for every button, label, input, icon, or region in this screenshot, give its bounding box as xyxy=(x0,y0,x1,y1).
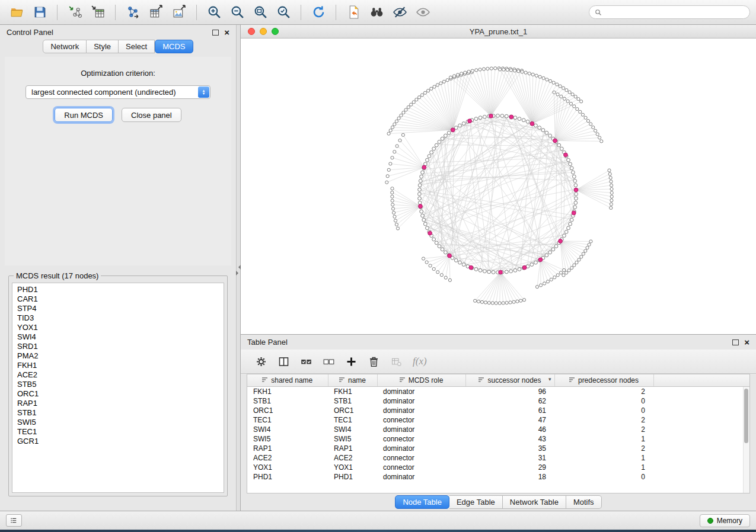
control-panel-tab[interactable]: Network xyxy=(43,40,87,53)
table-row[interactable]: ACE2 ACE2 connector 31 1 xyxy=(247,453,749,463)
result-node-item[interactable]: ACE2 xyxy=(12,370,224,380)
result-node-item[interactable]: SRD1 xyxy=(12,342,224,351)
search-network-button[interactable] xyxy=(366,3,387,22)
close-panel-button[interactable]: Close panel xyxy=(122,108,181,122)
column-header[interactable]: predecessor nodes ▾ xyxy=(554,374,653,387)
table-row[interactable]: SWI5 SWI5 connector 43 1 xyxy=(247,434,749,444)
table-row[interactable]: SWI4 SWI4 dominator 46 2 xyxy=(247,425,749,434)
column-header[interactable]: name ▾ xyxy=(328,374,377,387)
run-mcds-button[interactable]: Run MCDS xyxy=(55,108,113,122)
cell-filler xyxy=(653,472,749,482)
search-input[interactable] xyxy=(605,8,744,17)
table-row[interactable]: FKH1 FKH1 dominator 96 2 xyxy=(247,387,749,397)
float-table-panel-icon[interactable] xyxy=(732,339,739,345)
column-header[interactable]: MCDS role ▾ xyxy=(377,374,465,387)
cell-shared-name: STB1 xyxy=(247,396,328,406)
result-node-item[interactable]: SWI5 xyxy=(12,418,224,427)
close-table-panel-icon[interactable]: × xyxy=(744,338,749,347)
result-node-item[interactable]: RAP1 xyxy=(12,399,224,408)
column-header[interactable]: shared name ▾ xyxy=(247,374,328,387)
network-canvas[interactable] xyxy=(241,39,756,334)
clone-network-button[interactable] xyxy=(343,3,364,22)
memory-button[interactable]: Memory xyxy=(700,514,750,527)
result-node-item[interactable]: TID3 xyxy=(12,313,224,323)
table-row[interactable]: YOX1 YOX1 connector 29 1 xyxy=(247,463,749,472)
delete-row-button[interactable] xyxy=(365,353,382,370)
result-node-item[interactable]: TEC1 xyxy=(12,427,224,437)
criterion-select[interactable]: largest connected component (undirected)… xyxy=(25,85,210,99)
columns-icon xyxy=(277,355,290,368)
float-panel-icon[interactable] xyxy=(212,30,219,36)
cell-name: SWI5 xyxy=(328,434,377,444)
table-row[interactable]: PHD1 PHD1 dominator 18 0 xyxy=(247,472,749,482)
column-grip-icon[interactable] xyxy=(400,376,406,384)
save-session-button[interactable] xyxy=(29,3,50,22)
table-tab[interactable]: Node Table xyxy=(395,495,449,509)
column-grip-icon[interactable] xyxy=(569,376,575,384)
column-grip-icon[interactable] xyxy=(262,376,268,384)
zoom-in-button[interactable] xyxy=(203,3,225,22)
zoom-fit-button[interactable] xyxy=(250,3,271,22)
deselect-all-button[interactable] xyxy=(320,353,337,370)
table-tab[interactable]: Edge Table xyxy=(449,495,503,509)
mcds-result-list[interactable]: PHD1CAR1STP4TID3YOX1SWI4SRD1PMA2FKH1ACE2… xyxy=(12,283,224,493)
panel-splitter[interactable] xyxy=(236,25,241,511)
table-scrollbar[interactable] xyxy=(743,387,749,493)
table-panel-title: Table Panel xyxy=(247,338,288,347)
zoom-selected-button[interactable] xyxy=(273,3,294,22)
apply-layout-button[interactable] xyxy=(308,3,329,22)
cell-successor-nodes: 46 xyxy=(465,425,554,434)
close-panel-icon[interactable]: × xyxy=(224,28,229,37)
column-grip-icon[interactable] xyxy=(339,376,345,384)
result-node-item[interactable]: PMA2 xyxy=(12,351,224,361)
table-tabs: Node TableEdge TableNetwork TableMotifs xyxy=(241,493,756,511)
hide-selected-button[interactable] xyxy=(389,3,410,22)
cell-name: TEC1 xyxy=(328,415,377,425)
control-panel-tab[interactable]: MCDS xyxy=(155,40,193,53)
result-node-item[interactable]: SWI4 xyxy=(12,332,224,342)
result-node-item[interactable]: CAR1 xyxy=(12,294,224,304)
table-row[interactable]: RAP1 RAP1 dominator 35 2 xyxy=(247,444,749,453)
result-node-item[interactable]: STB5 xyxy=(12,380,224,389)
table-row[interactable]: STB1 STB1 dominator 62 0 xyxy=(247,396,749,406)
control-panel-tab[interactable]: Select xyxy=(119,40,155,53)
search-icon xyxy=(595,9,602,16)
show-columns-button[interactable] xyxy=(275,353,292,370)
import-network-button[interactable] xyxy=(64,3,85,22)
cell-filler xyxy=(653,387,749,397)
table-tab[interactable]: Motifs xyxy=(566,495,602,509)
table-row[interactable]: ORC1 ORC1 dominator 61 0 xyxy=(247,406,749,415)
network-view-window: YPA_prune.txt_1 xyxy=(241,25,756,335)
task-history-button[interactable] xyxy=(6,514,22,527)
result-node-item[interactable]: STB1 xyxy=(12,408,224,418)
table-row[interactable]: TEC1 TEC1 connector 47 2 xyxy=(247,415,749,425)
cell-mcds-role: dominator xyxy=(377,396,465,406)
cell-filler xyxy=(653,406,749,415)
result-node-item[interactable]: YOX1 xyxy=(12,323,224,332)
column-dropdown-icon[interactable]: ▾ xyxy=(548,376,551,382)
export-network-button[interactable] xyxy=(122,3,143,22)
column-grip-icon[interactable] xyxy=(479,376,484,384)
import-table-button[interactable] xyxy=(87,3,109,22)
open-session-button[interactable] xyxy=(6,3,27,22)
result-node-item[interactable]: PHD1 xyxy=(12,285,224,294)
control-panel-tab[interactable]: Style xyxy=(87,40,119,53)
export-table-button[interactable] xyxy=(145,3,167,22)
table-scrollbar-thumb[interactable] xyxy=(744,389,748,443)
result-node-item[interactable]: FKH1 xyxy=(12,361,224,370)
column-header[interactable]: successor nodes ▾ xyxy=(465,374,554,387)
column-settings-button[interactable] xyxy=(253,353,270,370)
export-image-button[interactable] xyxy=(168,3,190,22)
result-node-item[interactable]: ORC1 xyxy=(12,389,224,399)
table-tab[interactable]: Network Table xyxy=(503,495,566,509)
select-all-button[interactable] xyxy=(298,353,315,370)
result-node-item[interactable]: GCR1 xyxy=(12,437,224,446)
column-header[interactable]: ▾ xyxy=(653,374,749,387)
add-row-button[interactable] xyxy=(343,353,360,370)
criterion-selected-value: largest connected component (undirected) xyxy=(26,88,176,97)
cell-predecessor-nodes: 1 xyxy=(554,463,653,472)
splitter-collapse-icon[interactable] xyxy=(236,265,241,275)
cell-shared-name: SWI4 xyxy=(247,425,328,434)
zoom-out-button[interactable] xyxy=(227,3,248,22)
result-node-item[interactable]: STP4 xyxy=(12,304,224,313)
